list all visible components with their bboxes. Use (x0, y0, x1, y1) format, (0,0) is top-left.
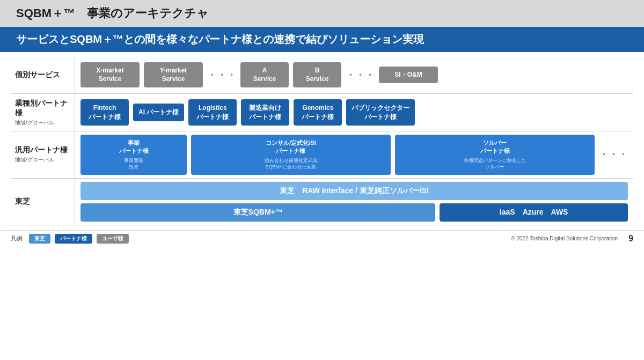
iaas-band: IaaS Azure AWS (440, 203, 628, 222)
legend: 凡例 東芝 パートナ様 ユーザ様 (11, 234, 129, 244)
consul-partner-box: コンサル/定式化/SIパートナ様 組み合わせ最適化定式化SQBM+に合わせた実装 (191, 135, 391, 175)
solver-partner-box: ソルバーパートナ様 各種問題パターンに特化したソルバー (395, 135, 595, 175)
sqbm-band: 東芝SQBM+™ (80, 203, 435, 222)
legend-partner: パートナ様 (55, 234, 92, 244)
hanyo-partner-row: 汎用パートナ様 地域/グローバル 事業パートナ様 事業開発投資 コンサル/定式化… (11, 131, 633, 179)
gyoshu-partner-content: Fintechパートナ様 AI パートナ様 Logisticsパートナ様 製造業… (75, 94, 633, 131)
subtitle-band: サービスとSQBM＋™との間を様々なパートナ様との連携で結びソリューション実現 (0, 27, 644, 52)
toshiba-bottom-row: 東芝SQBM+™ IaaS Azure AWS (80, 203, 628, 222)
hanyo-partner-content: 事業パートナ様 事業開発投資 コンサル/定式化/SIパートナ様 組み合わせ最適化… (75, 131, 633, 178)
legend-toshiba: 東芝 (29, 234, 50, 244)
gyoshu-partner-label: 業種別パートナ様 地域/グローバル (11, 94, 75, 131)
manufacturing-partner-box: 製造業向けパートナ様 (241, 99, 289, 126)
xmarket-service-box: X-marketService (80, 62, 140, 87)
slide-title: SQBM＋™ 事業のアーキテクチャ (16, 5, 209, 21)
footer: 凡例 東芝 パートナ様 ユーザ様 © 2022 Toshiba Digital … (0, 230, 644, 246)
raw-interface-band: 東芝 RAW Interface / 東芝純正ソルバー/SI (80, 182, 628, 200)
genomics-partner-box: Genomicsパートナ様 (294, 99, 342, 126)
toshiba-section: 東芝 東芝 RAW Interface / 東芝純正ソルバー/SI 東芝SQBM… (11, 179, 633, 225)
logistics-partner-box: Logisticsパートナ様 (188, 99, 237, 126)
gyoshu-partner-label-main: 業種別パートナ様 (15, 99, 70, 118)
legend-user: ユーザ様 (97, 234, 129, 244)
subtitle-text: サービスとSQBM＋™との間を様々なパートナ様との連携で結びソリューション実現 (16, 33, 424, 45)
individual-service-label-main: 個別サービス (15, 70, 70, 80)
gyoshu-partner-label-sub: 地域/グローバル (15, 119, 70, 127)
toshiba-label: 東芝 (11, 179, 75, 225)
public-partner-box: パブリックセクターパートナ様 (346, 99, 415, 126)
main-content: 個別サービス X-marketService Y-marketService ・… (0, 52, 644, 228)
si-om-box: SI・O&M (379, 67, 438, 84)
hanyo-partner-label-main: 汎用パートナ様 (15, 145, 70, 155)
gyoshu-partner-row: 業種別パートナ様 地域/グローバル Fintechパートナ様 AI パートナ様 … (11, 94, 633, 131)
ymarket-service-box: Y-marketService (144, 62, 203, 87)
toshiba-content: 東芝 RAW Interface / 東芝純正ソルバー/SI 東芝SQBM+™ … (75, 179, 633, 225)
dots-1: ・・・ (207, 69, 236, 82)
dots-3: ・・・ (599, 148, 628, 161)
copyright: © 2022 Toshiba Digital Solutions Corpora… (511, 236, 618, 241)
hanyo-partner-label: 汎用パートナ様 地域/グローバル (11, 131, 75, 178)
fintech-partner-box: Fintechパートナ様 (80, 99, 129, 126)
hanyo-partner-label-sub: 地域/グローバル (15, 156, 70, 164)
top-header: SQBM＋™ 事業のアーキテクチャ (0, 0, 644, 27)
a-service-box: AService (240, 62, 289, 87)
individual-service-label: 個別サービス (11, 56, 75, 93)
dots-2: ・・・ (346, 69, 375, 82)
jigyou-partner-box: 事業パートナ様 事業開発投資 (80, 135, 187, 175)
individual-service-content: X-marketService Y-marketService ・・・ ASer… (75, 56, 633, 93)
page-number: 9 (628, 234, 633, 244)
b-service-box: BService (293, 62, 341, 87)
ai-partner-box: AI パートナ様 (133, 104, 184, 121)
legend-label: 凡例 (11, 234, 23, 243)
individual-service-row: 個別サービス X-marketService Y-marketService ・… (11, 56, 633, 94)
slide: SQBM＋™ 事業のアーキテクチャ サービスとSQBM＋™との間を様々なパートナ… (0, 0, 644, 360)
